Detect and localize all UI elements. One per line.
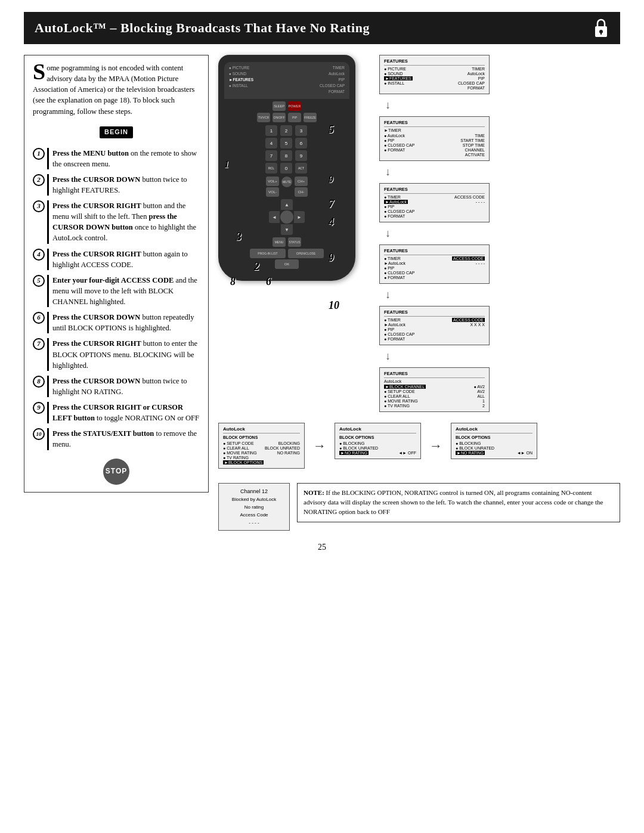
main-layout: S ome pogramming is not encoded with con…: [24, 55, 620, 531]
note-label: NOTE:: [304, 489, 324, 496]
btn-1[interactable]: 1: [265, 125, 277, 136]
menu-format: FORMAT: [329, 89, 345, 94]
page-header: AutoLock™ – Blocking Broadcasts That Hav…: [24, 12, 620, 44]
screen-1-r1: ● PICTURETIMER: [384, 67, 485, 71]
step-4: 4 Press the CURSOR RIGHT button again to…: [33, 249, 200, 270]
screen-2-r3: ● CLOSED CAPSTOP TIME: [384, 143, 485, 147]
btn-8[interactable]: 8: [280, 150, 292, 161]
note-section: Channel 12 Blocked by AutoLock No rating…: [218, 483, 620, 531]
screen-2: FEATURES ►TIMER ● AutoLockTIME ● PIPSTAR…: [379, 116, 490, 161]
remote-menu-display-5: FORMAT: [229, 89, 345, 94]
ch-up[interactable]: CH+: [295, 176, 308, 186]
btn-9[interactable]: 9: [295, 150, 307, 161]
step-9-num: 9: [33, 402, 45, 414]
btn-6[interactable]: 6: [295, 138, 307, 148]
onoff-btn[interactable]: ON/OFF: [273, 113, 286, 122]
step-6-text: Press the CURSOR DOWN button repeatedly …: [52, 312, 200, 333]
step-5-text: Enter your four-digit ACCESS CODE and th…: [52, 275, 200, 307]
dpad: ▲ ▼ ◄ ►: [269, 199, 305, 235]
step-9-bar: [47, 402, 49, 423]
cursor-left-btn[interactable]: ◄: [269, 211, 280, 223]
page-number: 25: [24, 543, 620, 552]
step-6-num: 6: [33, 312, 45, 324]
screen-2-r5: ACTIVATE: [384, 153, 485, 157]
btn-7[interactable]: 7: [265, 150, 277, 161]
screen-4-r5: ● FORMAT: [384, 275, 485, 280]
screen-1-title: FEATURES: [384, 58, 485, 66]
left-column: S ome pogramming is not encoded with con…: [24, 55, 209, 493]
arrow-2: ↓: [379, 166, 490, 178]
freeze-btn[interactable]: FREEZE: [304, 113, 317, 122]
cursor-right-btn[interactable]: ►: [294, 211, 305, 223]
bs3-r1: ● BLOCKING: [456, 441, 532, 445]
btn-2[interactable]: 2: [280, 125, 292, 136]
screen-3-r2: ►AutoLock- - - -: [384, 200, 485, 204]
prog-list-btn[interactable]: PROG-IN LIST: [250, 249, 286, 258]
step-7-bar: [47, 338, 49, 370]
screen-2-r4: ● FORMATCHANNEL: [384, 148, 485, 152]
screen-5: FEATURES ● TIMERACCESS CODE ►AutoLockX X…: [379, 306, 490, 345]
cursor-down-btn[interactable]: ▼: [281, 224, 293, 235]
vol-up[interactable]: VOL+: [266, 176, 279, 186]
menu-sound: ● SOUND: [229, 72, 246, 76]
screen-5-r1: ● TIMERACCESS CODE: [384, 318, 485, 322]
ok-btn[interactable]: OK: [275, 259, 299, 269]
screen-6-r1: ►BLOCK CHANNEL● AV2: [384, 385, 485, 389]
vol-down[interactable]: VOL-: [266, 187, 279, 197]
sleep-btn[interactable]: SLEEP: [273, 101, 286, 111]
step-10-num: 10: [33, 428, 45, 440]
step-8-bar: [47, 376, 49, 397]
btn-action[interactable]: ACT: [295, 163, 307, 174]
remote-top: ● PICTURE TIMER ● SOUND AutoLock ►FEATUR…: [224, 62, 349, 99]
screen-4-r3: ● PIP: [384, 266, 485, 270]
begin-badge: BEGIN: [100, 126, 133, 138]
vol-ch-row: VOL+ VOL- MUTE CH+ CH-: [224, 176, 349, 197]
power-btn[interactable]: POWER: [288, 101, 301, 111]
bs1-r4: ● TV RATING: [223, 456, 300, 460]
open-close-btn[interactable]: OPEN/CLOSE: [288, 249, 324, 258]
btn-4[interactable]: 4: [265, 138, 277, 148]
bs1-r3: ● MOVIE RATINGNO RATING: [223, 451, 300, 455]
mute-btn[interactable]: MUTE: [281, 176, 292, 187]
btn-0[interactable]: 0: [280, 163, 292, 174]
step-4-num: 4: [33, 249, 45, 261]
step-3: 3 Press the CURSOR RIGHT button and the …: [33, 200, 200, 244]
screen-4: FEATURES ● TIMERACCESS CODE ►AutoLock- -…: [379, 244, 490, 284]
btn-5[interactable]: 5: [280, 138, 292, 148]
arrow-b1: →: [311, 438, 329, 454]
remote-wrapper: ● PICTURE TIMER ● SOUND AutoLock ►FEATUR…: [218, 55, 373, 281]
bs1-subtitle: BLOCK OPTIONS: [223, 435, 300, 439]
channel-line-1: Channel 12: [226, 488, 282, 494]
bs2-title: AutoLock: [339, 426, 416, 433]
step-2: 2 Press the CURSOR DOWN button twice to …: [33, 174, 200, 196]
btn-recall[interactable]: RCL: [265, 163, 277, 174]
arrow-b2: →: [427, 438, 445, 454]
btn-3[interactable]: 3: [295, 125, 307, 136]
number-grid: 1 2 3 4 5 6 7 8 9 RCL 0 ACT: [265, 125, 308, 174]
channel-line-2: Blocked by AutoLock: [226, 497, 282, 502]
pip-btn[interactable]: PIP: [288, 113, 301, 122]
arrow-1: ↓: [379, 99, 490, 112]
screen-3-title: FEATURES: [384, 187, 485, 194]
bs1-r5: ►BLOCK OPTIONS: [223, 460, 300, 465]
ch-down[interactable]: CH-: [295, 187, 308, 197]
menu-btn[interactable]: MENU: [273, 237, 286, 247]
note-box: NOTE: If the BLOCKING OPTION, NORATING c…: [297, 483, 620, 522]
top-right-area: ● PICTURE TIMER ● SOUND AutoLock ►FEATUR…: [218, 55, 620, 412]
remote-control: ● PICTURE TIMER ● SOUND AutoLock ►FEATUR…: [218, 55, 355, 281]
status-btn[interactable]: STATUS: [288, 237, 301, 247]
channel-screen: Channel 12 Blocked by AutoLock No rating…: [218, 483, 290, 531]
cursor-up-btn[interactable]: ▲: [281, 199, 293, 210]
bs2-r3: ►NO RATING◄► OFF: [339, 451, 416, 455]
screen-1-r5: FORMAT: [384, 86, 485, 90]
bottom-row: AutoLock BLOCK OPTIONS ● SETUP CODEBLOCK…: [218, 423, 620, 469]
bottom-screen-2: AutoLock BLOCK OPTIONS ● BLOCKING ● BLOC…: [335, 423, 421, 459]
screen-5-r5: ● FORMAT: [384, 337, 485, 341]
page-title: AutoLock™ – Blocking Broadcasts That Hav…: [35, 20, 370, 36]
bs2-r1: ● BLOCKING: [339, 441, 416, 445]
screen-2-r1: ● AutoLockTIME: [384, 134, 485, 138]
intro-paragraph: S ome pogramming is not encoded with con…: [33, 63, 200, 117]
tv-btn[interactable]: TV/VCR: [257, 113, 270, 122]
power-row: SLEEP POWER: [224, 101, 349, 111]
screen-5-title: FEATURES: [384, 309, 485, 317]
